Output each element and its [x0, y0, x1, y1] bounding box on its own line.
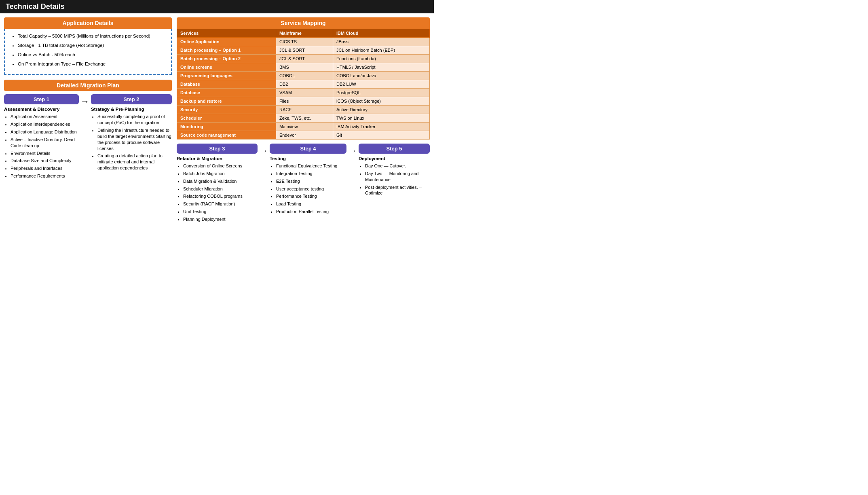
table-row: Batch processing – Option 2JCL & SORTFun… — [177, 55, 430, 63]
step4-block: Step 4 Testing Functional Equivalence Te… — [270, 144, 346, 216]
step1-block: Step 1 Assessment & Discovery Applicatio… — [4, 94, 79, 181]
app-details-header: Application Details — [4, 17, 172, 29]
app-details-list: Total Capacity – 5000 MIPS (Millions of … — [11, 33, 165, 67]
table-row: Online ApplicationCICS TSJBoss — [177, 38, 430, 46]
table-row: Programming languagesCOBOLCOBOL and/or J… — [177, 72, 430, 80]
list-item: Security (RACF Migration) — [183, 201, 258, 207]
ibm-cloud-cell: iCOS (Object Storage) — [333, 97, 429, 106]
step3-content: Refactor & Migration Conversion of Onlin… — [177, 156, 258, 222]
app-details-section: Application Details Total Capacity – 500… — [4, 17, 172, 75]
app-detail-item: Total Capacity – 5000 MIPS (Millions of … — [18, 33, 165, 39]
list-item: Refactoring COBOL programs — [183, 193, 258, 199]
step1-title: Assessment & Discovery — [4, 107, 79, 112]
col-ibm-cloud: IBM Cloud — [333, 29, 429, 38]
list-item: Database Size and Complexity — [11, 158, 79, 164]
step5-label: Step 5 — [359, 144, 430, 154]
migration-plan-header: Detailed Migration Plan — [4, 80, 172, 91]
ibm-cloud-cell: Functions (Lambda) — [333, 55, 429, 63]
app-detail-item: On Prem Integration Type – File Exchange — [18, 61, 165, 67]
list-item: Application Language Distribution — [11, 129, 79, 135]
step4-title: Testing — [270, 156, 346, 161]
ibm-cloud-cell: HTML5 / JavaScript — [333, 63, 429, 72]
service-cell: Security — [177, 106, 276, 114]
right-column: Service Mapping Services Mainframe IBM C… — [177, 17, 430, 224]
step3-title: Refactor & Migration — [177, 156, 258, 161]
list-item: Batch Jobs Migration — [183, 171, 258, 177]
list-item: Successfully completing a proof of conce… — [97, 114, 172, 126]
step1-list: Application Assessment Application Inter… — [4, 114, 79, 179]
list-item: Application Interdependencies — [11, 121, 79, 127]
list-item: User acceptance testing — [276, 186, 346, 192]
table-row: Online screensBMSHTML5 / JavaScript — [177, 63, 430, 72]
list-item: Creating a detailed action plan to mitig… — [97, 153, 172, 171]
step3-label: Step 3 — [177, 144, 258, 154]
list-item: Day Two — Monitoring and Maintenance — [365, 171, 430, 183]
arrow-3-4: → — [259, 146, 268, 155]
app-detail-item: Online vs Batch - 50% each — [18, 51, 165, 58]
step4-content: Testing Functional Equivalence Testing I… — [270, 156, 346, 215]
service-cell: Online Application — [177, 38, 276, 46]
table-row: SecurityRACFActive Directory — [177, 106, 430, 114]
table-row: Source code managementEndevorGit — [177, 131, 430, 140]
list-item: Environment Details — [11, 150, 79, 157]
list-item: Performance Testing — [276, 193, 346, 199]
ibm-cloud-cell: PostgreSQL — [333, 89, 429, 97]
table-row: SchedulerZeke, TWS, etc.TWS on Linux — [177, 114, 430, 123]
ibm-cloud-cell: COBOL and/or Java — [333, 72, 429, 80]
ibm-cloud-cell: IBM Activity Tracker — [333, 123, 429, 131]
service-cell: Scheduler — [177, 114, 276, 123]
col-services: Services — [177, 29, 276, 38]
step1-content: Assessment & Discovery Application Asses… — [4, 107, 79, 179]
app-details-body: Total Capacity – 5000 MIPS (Millions of … — [4, 29, 172, 75]
list-item: Production Parallel Testing — [276, 209, 346, 215]
list-item: Integration Testing — [276, 171, 346, 177]
step2-block: Step 2 Strategy & Pre-Planning Successfu… — [91, 94, 172, 173]
service-cell: Monitoring — [177, 123, 276, 131]
mainframe-cell: Endevor — [276, 131, 333, 140]
ibm-cloud-cell: DB2 LUW — [333, 80, 429, 89]
list-item: E2E Testing — [276, 178, 346, 184]
arrow-1-2: → — [80, 96, 89, 106]
list-item: Post-deployment activities. – Optimize — [365, 184, 430, 197]
step2-list: Successfully completing a proof of conce… — [91, 114, 172, 171]
step2-label: Step 2 — [91, 94, 172, 104]
steps-3-5-row: Step 3 Refactor & Migration Conversion o… — [177, 144, 430, 224]
mainframe-cell: RACF — [276, 106, 333, 114]
steps-1-2-row: Step 1 Assessment & Discovery Applicatio… — [4, 94, 172, 181]
table-row: Backup and restoreFilesiCOS (Object Stor… — [177, 97, 430, 106]
list-item: Data Migration & Validation — [183, 178, 258, 184]
table-row: DatabaseVSAMPostgreSQL — [177, 89, 430, 97]
ibm-cloud-cell: JCL on Heirloom Batch (EBP) — [333, 46, 429, 55]
step1-label: Step 1 — [4, 94, 79, 104]
mainframe-cell: Files — [276, 97, 333, 106]
list-item: Unit Testing — [183, 209, 258, 215]
list-item: Functional Equivalence Testing — [276, 163, 346, 169]
mainframe-cell: CICS TS — [276, 38, 333, 46]
step5-content: Deployment Day One — Cutover. Day Two — … — [359, 156, 430, 196]
service-cell: Programming languages — [177, 72, 276, 80]
col-mainframe: Mainframe — [276, 29, 333, 38]
service-cell: Online screens — [177, 63, 276, 72]
step3-list: Conversion of Online Screens Batch Jobs … — [177, 163, 258, 222]
step2-content: Strategy & Pre-Planning Successfully com… — [91, 107, 172, 171]
list-item: Planning Deployment — [183, 216, 258, 222]
mainframe-cell: JCL & SORT — [276, 55, 333, 63]
table-row: DatabaseDB2DB2 LUW — [177, 80, 430, 89]
ibm-cloud-cell: JBoss — [333, 38, 429, 46]
main-content: Application Details Total Capacity – 500… — [0, 13, 434, 228]
ibm-cloud-cell: TWS on Linux — [333, 114, 429, 123]
service-mapping-section: Service Mapping Services Mainframe IBM C… — [177, 17, 430, 140]
list-item: Application Assessment — [11, 114, 79, 120]
table-row: MonitoringMainviewIBM Activity Tracker — [177, 123, 430, 131]
list-item: Day One — Cutover. — [365, 163, 430, 169]
step5-list: Day One — Cutover. Day Two — Monitoring … — [359, 163, 430, 196]
left-column: Application Details Total Capacity – 500… — [4, 17, 172, 224]
arrow-4-5: → — [348, 146, 357, 155]
mainframe-cell: DB2 — [276, 80, 333, 89]
service-cell: Batch processing – Option 1 — [177, 46, 276, 55]
step5-block: Step 5 Deployment Day One — Cutover. Day… — [359, 144, 430, 198]
table-header-row: Services Mainframe IBM Cloud — [177, 29, 430, 38]
service-cell: Database — [177, 80, 276, 89]
mainframe-cell: COBOL — [276, 72, 333, 80]
step2-title: Strategy & Pre-Planning — [91, 107, 172, 112]
